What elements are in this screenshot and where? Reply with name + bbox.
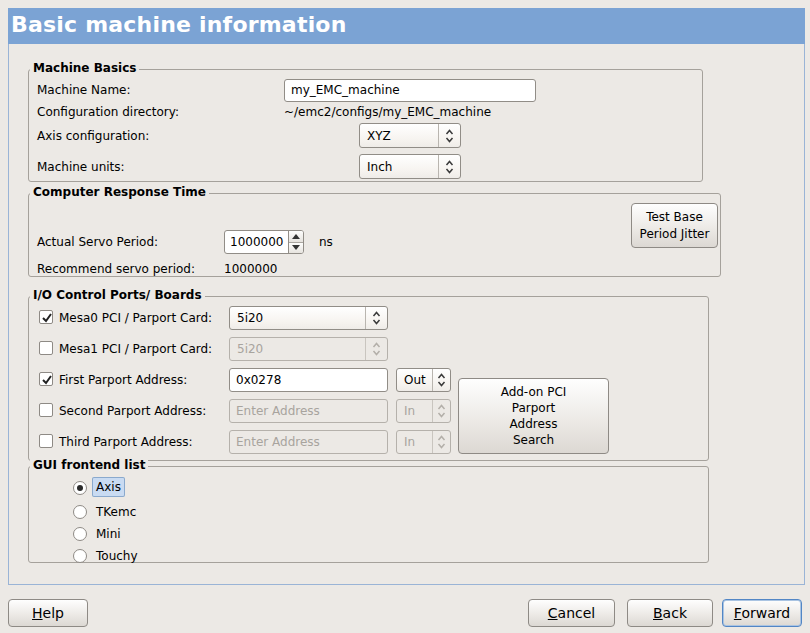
response-time-frame: Computer Response Time Test Base Period … [28, 193, 721, 277]
title-banner: Basic machine information [8, 8, 805, 44]
help-button[interactable]: Help [8, 599, 88, 627]
servo-period-spinner[interactable]: 1000000 [224, 230, 304, 254]
third-parport-direction-value: In [397, 435, 432, 449]
machine-units-value: Inch [360, 160, 438, 174]
second-parport-input[interactable]: Enter Address [229, 399, 388, 423]
machine-name-input[interactable]: my_EMC_machine [284, 79, 536, 102]
response-time-legend: Computer Response Time [30, 185, 209, 199]
third-parport-direction-select[interactable]: In [396, 430, 451, 454]
radio-touchy-label[interactable]: Touchy [96, 548, 138, 564]
first-parport-label: First Parport Address: [59, 372, 187, 388]
servo-period-value: 1000000 [225, 231, 288, 253]
checkmark-icon [40, 311, 54, 325]
checkmark-icon [40, 373, 54, 387]
mesa0-card-select[interactable]: 5i20 [229, 306, 388, 330]
mesa0-card-value: 5i20 [230, 311, 365, 325]
third-parport-label: Third Parport Address: [59, 434, 193, 450]
spin-up-icon[interactable] [289, 231, 303, 243]
first-parport-input[interactable]: 0x0278 [229, 368, 388, 392]
chevron-up-down-icon [438, 124, 460, 147]
mesa1-label: Mesa1 PCI / Parport Card: [59, 341, 212, 357]
mesa0-label: Mesa0 PCI / Parport Card: [59, 310, 212, 326]
axis-config-value: XYZ [360, 129, 438, 143]
machine-basics-legend: Machine Basics [30, 61, 139, 75]
radio-tkemc-label[interactable]: TKemc [96, 504, 136, 520]
page-title: Basic machine information [11, 8, 347, 41]
axis-config-select[interactable]: XYZ [359, 123, 461, 148]
third-parport-checkbox[interactable] [39, 434, 53, 448]
radio-dot-icon [77, 485, 83, 491]
machine-basics-frame: Machine Basics Machine Name: my_EMC_mach… [28, 69, 703, 182]
chevron-up-down-icon [365, 338, 387, 360]
radio-mini[interactable] [73, 527, 87, 541]
axis-config-label: Axis configuration: [37, 128, 149, 144]
config-dir-label: Configuration directory: [37, 104, 179, 120]
second-parport-direction-value: In [397, 404, 432, 418]
recommend-period-value: 1000000 [224, 261, 277, 277]
third-parport-input[interactable]: Enter Address [229, 430, 388, 454]
chevron-up-down-icon [365, 307, 387, 329]
machine-units-label: Machine units: [37, 159, 125, 175]
recommend-period-label: Recommend servo period: [37, 261, 195, 277]
radio-touchy[interactable] [73, 549, 87, 563]
io-ports-legend: I/O Control Ports/ Boards [30, 288, 205, 302]
mesa0-checkbox[interactable] [39, 310, 53, 324]
mesa1-card-value: 5i20 [230, 342, 365, 356]
second-parport-direction-select[interactable]: In [396, 399, 451, 423]
spin-down-icon[interactable] [289, 243, 303, 254]
dialog-window: Basic machine information Machine Basics… [8, 8, 805, 585]
machine-units-select[interactable]: Inch [359, 154, 461, 179]
io-ports-frame: I/O Control Ports/ Boards Mesa0 PCI / Pa… [28, 296, 709, 461]
test-base-period-jitter-button[interactable]: Test Base Period Jitter [631, 203, 718, 248]
forward-button[interactable]: Forward [722, 599, 802, 627]
first-parport-direction-select[interactable]: Out [396, 368, 451, 392]
chevron-up-down-icon [438, 155, 460, 178]
cancel-button[interactable]: Cancel [528, 599, 615, 627]
config-dir-value: ~/emc2/configs/my_EMC_machine [284, 104, 491, 120]
machine-name-label: Machine Name: [37, 82, 131, 98]
radio-axis[interactable] [73, 481, 87, 495]
chevron-up-down-icon [432, 431, 450, 453]
back-button[interactable]: Back [627, 599, 713, 627]
radio-tkemc[interactable] [73, 505, 87, 519]
servo-period-unit: ns [319, 234, 333, 250]
gui-frontend-legend: GUI frontend list [30, 458, 148, 472]
chevron-up-down-icon [432, 369, 450, 391]
mesa1-card-select[interactable]: 5i20 [229, 337, 388, 361]
mesa1-checkbox[interactable] [39, 341, 53, 355]
addon-pci-search-button[interactable]: Add-on PCI Parport Address Search [458, 378, 609, 454]
radio-axis-label[interactable]: Axis [93, 478, 124, 496]
second-parport-label: Second Parport Address: [59, 403, 206, 419]
gui-frontend-frame: GUI frontend list Axis TKemc Mini Touchy [28, 466, 709, 563]
servo-period-label: Actual Servo Period: [37, 234, 158, 250]
first-parport-checkbox[interactable] [39, 372, 53, 386]
first-parport-direction-value: Out [397, 373, 432, 387]
chevron-up-down-icon [432, 400, 450, 422]
second-parport-checkbox[interactable] [39, 403, 53, 417]
radio-mini-label[interactable]: Mini [96, 526, 121, 542]
